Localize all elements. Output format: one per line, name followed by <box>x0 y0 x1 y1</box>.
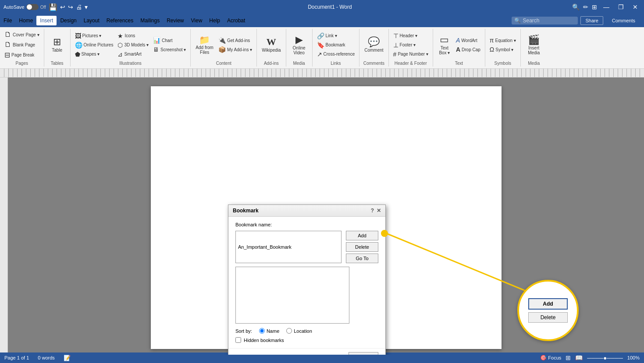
links-label: Links <box>331 60 341 66</box>
wordart-icon: A <box>456 37 460 44</box>
close-btn[interactable]: ✕ <box>630 3 640 11</box>
pen-icon[interactable]: ✏ <box>583 4 588 11</box>
hidden-bookmarks-label: Hidden bookmarks <box>244 338 284 343</box>
menu-design[interactable]: Design <box>57 16 80 25</box>
save-icon[interactable]: 💾 <box>49 3 57 11</box>
text-label: Text <box>455 60 463 66</box>
menu-references[interactable]: References <box>103 16 137 25</box>
text-box-btn[interactable]: ▭ Text Box ▾ <box>436 34 453 56</box>
layout-icon[interactable]: ⊞ <box>592 4 597 11</box>
comment-btn[interactable]: 💬 Comment <box>362 36 385 54</box>
illustrations-items: 🖼 Pictures ▾ 🌐 Online Pictures ⬟ Shapes … <box>73 30 188 60</box>
page-break-btn[interactable]: ⊟ Page Break <box>3 50 41 60</box>
equation-btn[interactable]: π Equation ▾ <box>488 36 518 45</box>
link-btn[interactable]: 🔗 Link ▾ <box>315 32 357 40</box>
online-pictures-icon: 🌐 <box>75 42 82 49</box>
print-icon[interactable]: 🖨 <box>76 4 82 11</box>
table-btn[interactable]: ⊞ Table <box>48 36 66 54</box>
layout-view-icon[interactable]: ⊞ <box>566 354 571 361</box>
bookmark-btn[interactable]: 🔖 Bookmark <box>315 41 357 49</box>
undo-icon[interactable]: ↩ <box>60 4 65 11</box>
wordart-btn[interactable]: A WordArt <box>454 36 482 45</box>
addins-items: W Wikipedia <box>260 30 283 60</box>
online-pictures-btn[interactable]: 🌐 Online Pictures <box>73 41 115 49</box>
menu-layout[interactable]: Layout <box>80 16 103 25</box>
insert-media-btn[interactable]: 🎬 Insert Media <box>525 34 543 56</box>
comments-button[interactable]: Comments <box>608 17 640 25</box>
icons-btn[interactable]: ★ Icons <box>116 32 150 40</box>
search-titlebar-icon[interactable]: 🔍 <box>572 4 580 11</box>
menu-review[interactable]: Review <box>163 16 187 25</box>
redo-icon[interactable]: ↪ <box>68 4 73 11</box>
menu-insert[interactable]: Insert <box>36 16 57 25</box>
illus-col3: 📊 Chart 🖥 Screenshot ▾ <box>151 36 188 54</box>
read-view-icon[interactable]: 📖 <box>575 354 583 361</box>
smartart-btn[interactable]: ⊿ SmartArt <box>116 50 150 59</box>
highlight-dot <box>381 230 388 237</box>
ribbon-group-comments: 💬 Comment Comments <box>359 29 388 67</box>
restore-btn[interactable]: ❐ <box>616 3 626 11</box>
menu-file[interactable]: File <box>0 16 15 25</box>
symbols-label: Symbols <box>495 60 511 66</box>
more-icon[interactable]: ▾ <box>85 4 88 11</box>
svg-line-0 <box>383 232 539 296</box>
proofing-icon[interactable]: 📝 <box>64 355 71 361</box>
add-from-files-btn[interactable]: 📁 Add from Files <box>193 34 216 56</box>
sort-name-option[interactable]: Name <box>259 328 279 334</box>
ribbon: 🗋 Cover Page ▾ 🗋 Blank Page ⊟ Page Break… <box>0 27 644 69</box>
wikipedia-btn[interactable]: W Wikipedia <box>260 36 283 54</box>
blank-page-btn[interactable]: 🗋 Blank Page <box>3 40 41 49</box>
title-bar-title: Document1 - Word <box>88 4 572 10</box>
word-count: 0 words <box>38 355 55 360</box>
menu-acrobat[interactable]: Acrobat <box>224 16 249 25</box>
focus-label[interactable]: 🎯 Focus <box>540 355 561 361</box>
autosave-toggle[interactable]: AutoSave Off <box>4 4 46 10</box>
search-input[interactable] <box>523 18 575 24</box>
shapes-btn[interactable]: ⬟ Shapes ▾ <box>73 50 115 59</box>
screenshot-btn[interactable]: 🖥 Screenshot ▾ <box>151 45 188 54</box>
annotation-add-button[interactable]: Add <box>528 298 568 310</box>
footer-btn[interactable]: ⊥ Footer ▾ <box>391 41 430 49</box>
zoom-slider[interactable]: ────●──── <box>587 355 623 361</box>
cover-page-btn[interactable]: 🗋 Cover Page ▾ <box>3 30 41 39</box>
go-to-button[interactable]: Go To <box>346 254 378 263</box>
illus-col2: ★ Icons ⬡ 3D Models ▾ ⊿ SmartArt <box>116 32 150 59</box>
symbol-btn[interactable]: Ω Symbol ▾ <box>488 45 518 54</box>
media-label: Media <box>293 60 305 66</box>
addins-label: Add-ins <box>264 60 279 66</box>
zoom-level: 100% <box>627 355 640 360</box>
ribbon-group-media: ▶ Online Video Media <box>286 29 313 67</box>
my-addins-btn[interactable]: 📦 My Add-ins ▾ <box>217 45 254 54</box>
bookmark-list[interactable] <box>235 267 349 324</box>
annotation-delete-button[interactable]: Delete <box>528 312 568 323</box>
chart-btn[interactable]: 📊 Chart <box>151 36 188 45</box>
drop-cap-btn[interactable]: A Drop Cap <box>454 45 482 54</box>
online-video-btn[interactable]: ▶ Online Video <box>290 34 308 56</box>
toggle-switch[interactable] <box>26 4 39 10</box>
header-icon: ⊤ <box>393 32 398 39</box>
sort-location-option[interactable]: Location <box>286 328 312 334</box>
menu-view[interactable]: View <box>188 16 206 25</box>
dialog-help-btn[interactable]: ? <box>371 208 374 214</box>
get-addins-btn[interactable]: 🔌 Get Add-ins <box>217 36 254 45</box>
title-bar: AutoSave Off 💾 ↩ ↪ 🖨 ▾ Document1 - Word … <box>0 0 644 14</box>
minimize-btn[interactable]: — <box>601 3 612 11</box>
menu-mailings[interactable]: Mailings <box>137 16 163 25</box>
search-bar[interactable]: 🔍 <box>512 17 578 25</box>
cross-reference-btn[interactable]: ↗ Cross-reference <box>315 50 357 59</box>
content-items: 📁 Add from Files 🔌 Get Add-ins 📦 My Add-… <box>193 30 254 60</box>
cancel-button[interactable]: Cancel <box>349 352 378 355</box>
share-button[interactable]: Share <box>580 16 603 25</box>
pictures-btn[interactable]: 🖼 Pictures ▾ <box>73 32 115 40</box>
hidden-bookmarks-checkbox[interactable] <box>235 337 241 343</box>
3d-models-btn[interactable]: ⬡ 3D Models ▾ <box>116 41 150 49</box>
header-btn[interactable]: ⊤ Header ▾ <box>391 32 430 40</box>
bookmark-name-input[interactable] <box>235 231 342 263</box>
page-number-btn[interactable]: # Page Number ▾ <box>391 50 430 59</box>
dialog-close-btn[interactable]: ✕ <box>377 208 381 214</box>
delete-button[interactable]: Delete <box>346 242 378 252</box>
menu-home[interactable]: Home <box>15 16 36 25</box>
add-button[interactable]: Add <box>346 231 378 240</box>
dialog-action-buttons: Add Delete Go To <box>346 231 378 263</box>
menu-help[interactable]: Help <box>206 16 224 25</box>
